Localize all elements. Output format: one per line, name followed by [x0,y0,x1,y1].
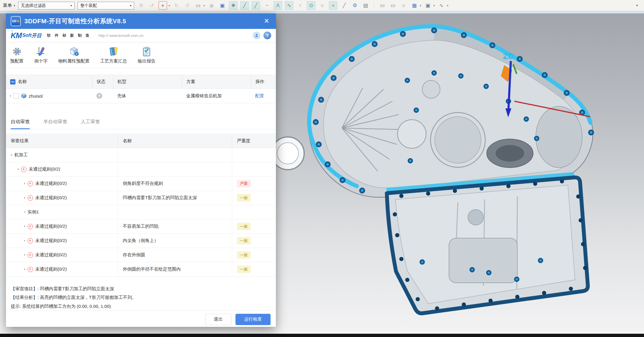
close-icon[interactable]: ✕ [262,17,271,26]
tool-ellipse[interactable]: ○ [318,1,326,10]
configure-link[interactable]: 配置 [255,93,264,99]
toolbar-icon-strip: ⚙↺+▾↻↺▭▾◉▣❖╱╱~Λ∿↑⊙○+╱⚙▤▭▭○▦▾▣▾∿▾▾ [137,0,641,11]
tool-redo[interactable]: ↻ [173,1,181,10]
dialog-titlebar[interactable]: DFM 3DDFM-开目可制造性分析系统V8.5 ✕ [6,13,276,29]
help-icon[interactable]: ? [263,32,271,39]
tool-undo[interactable]: ↺ [183,1,191,10]
tool-line-point[interactable]: ╱ [252,1,260,10]
brand-url[interactable]: http:// www.kmsoft.com.cn [98,33,143,38]
application-window: 菜单 ▾ 无选择过滤器 ▾ 整个装配 ▾ ⚙↺+▾↻↺▭▾◉▣❖╱╱~Λ∿↑⊙○… [0,0,644,337]
tool-sphere-view[interactable]: ◉ [208,1,216,10]
dropdown-caret-icon[interactable]: ▾ [169,4,170,7]
menu-button[interactable]: 菜单 ▾ [3,3,15,8]
tool-window-a[interactable]: ▭ [378,1,386,10]
results-table-header: 审查结果 名称 严重度 [6,134,276,148]
dfm-app-icon: DFM [11,16,21,26]
tool-polyline[interactable]: ╱ [340,1,348,10]
result-detail-panel: 【审宣项目】: 凹槽内需要T影刀加工的凹陷立面太深 【结果分析】: 高亮的凹槽的… [6,277,276,311]
tool-loop[interactable]: ○ [400,1,408,10]
result-tree-label: 未通过规则(0/2) [35,238,67,244]
kmsoft-logo-cn: 开目 [32,32,42,39]
dropdown-caret-icon[interactable]: ▾ [204,4,205,7]
result-tree-label: 未通过规则(0/2) [35,195,67,201]
result-row[interactable]: ▾ ✕ 实例1 [6,205,276,219]
select-all-checkbox[interactable] [10,79,15,85]
tool-spline[interactable]: ∿ [285,1,293,10]
expand-caret-icon[interactable]: ▾ [24,196,26,200]
result-row[interactable]: ▾ ✕ 未通过规则(0/2) 内尖角（倒角上） 一般 [6,234,276,248]
expand-caret-icon[interactable]: ▾ [24,239,26,243]
result-row[interactable]: ▾ ✕ 机加工 [6,148,276,162]
col-review-result: 审查结果 [6,134,118,148]
toolbar-overflow[interactable]: ▾ [633,1,641,10]
kmsoft-logo-soft: Soft [22,33,32,38]
selection-filter-dropdown[interactable]: 无选择过滤器 ▾ [18,2,75,10]
rule-failed-icon: ✕ [28,238,33,244]
expand-caret-icon[interactable]: ▾ [24,253,26,257]
exit-button[interactable]: 退出 [205,314,231,325]
expand-caret-icon[interactable]: ▾ [17,167,19,171]
severity-badge: 一般 [237,194,251,202]
tab-semi-auto-review[interactable]: 半自动审查 [43,119,67,129]
dialog-action-toolbar: 预配置 画十字 物料属性预配置 [6,42,276,68]
tool-measure[interactable]: ∿ [437,1,445,10]
tool-shaded-cube[interactable]: ▣ [218,1,226,10]
result-row[interactable]: ▾ ✕ 未通过规则(0/2) 凹槽内需要T影刀加工的凹陷立面太深 一般 [6,191,276,205]
output-report-button[interactable]: 输出报告 [138,46,155,64]
expand-caret-icon[interactable]: ▾ [11,153,12,157]
result-tree-label: 未通过规则(0/2) [29,166,60,172]
expand-caret-icon[interactable]: ▾ [24,267,26,271]
expand-caret-icon[interactable]: ▾ [24,210,26,214]
result-row[interactable]: ▾ ✕ 未通过规则(0/2) 倒角斜度不符合规则 严重 [6,177,276,191]
tool-studio-spline[interactable]: Λ [274,1,282,10]
tool-window-b[interactable]: ▭ [389,1,397,10]
preconfig-button[interactable]: 预配置 [10,46,23,64]
tool-snap-point[interactable]: + [158,1,167,10]
detail-hint: 提示: 系统结算的凹槽加工方向为 (0.00, 0.00, 1.00) [11,302,271,311]
rule-name: 存在外倒圆 [118,248,232,262]
result-row[interactable]: ▾ ✕ 未通过规则(0/2) 外倒圆的半径不在给定范围内 一般 [6,262,276,277]
tab-manual-review[interactable]: 人工审查 [81,119,100,129]
user-avatar-icon[interactable] [253,32,260,39]
run-check-button[interactable]: 运行检查 [235,314,271,325]
result-row[interactable]: ▾ ✕ 未通过规则(0/2) [6,162,276,177]
chevron-down-icon: ▾ [14,4,15,7]
pencil-cross-icon [36,46,46,57]
tool-helix[interactable]: ⚙ [351,1,359,10]
tool-settings[interactable]: ⚙ [137,1,145,10]
axis-label: ZC [503,52,513,61]
housing-inner-face [323,40,581,188]
dropdown-caret-icon[interactable]: ▾ [447,4,448,7]
tool-cube[interactable]: ▣ [424,1,432,10]
result-row[interactable]: ▾ ✕ 未通过规则(0/2) 不容易加工的凹陷 一般 [6,219,276,234]
dropdown-caret-icon[interactable]: ▾ [420,4,421,7]
rule-failed-icon: ✕ [28,267,33,272]
tool-sheets[interactable]: ▤ [362,1,370,10]
draw-cross-button[interactable]: 画十字 [34,46,48,64]
material-preconfig-button[interactable]: 物料属性预配置 [58,46,89,64]
result-tree-label: 机加工 [15,152,28,158]
tool-rect-select[interactable]: ▭ [194,1,202,10]
tool-curve[interactable]: ~ [263,1,271,10]
part-row[interactable]: ▾ zhuisol ? 壳体 金属模铸造后机加 配置 [6,89,276,103]
kmsoft-logo: ′KM [11,31,22,40]
tool-point[interactable]: + [329,1,337,10]
expand-caret-icon[interactable]: ▾ [24,224,26,228]
part-checkbox[interactable] [13,93,19,99]
tool-grid[interactable]: ▦ [410,1,418,10]
expand-caret-icon[interactable]: ▾ [24,182,26,185]
tool-sync[interactable]: ↺ [148,1,156,10]
tool-constraint-network[interactable]: ❖ [229,1,238,10]
result-row[interactable]: ▾ ✕ 未通过规则(0/2) 存在外倒圆 一般 [6,248,276,262]
chevron-down-icon: ▾ [70,4,72,7]
selection-scope-dropdown[interactable]: 整个装配 ▾ [78,2,134,10]
result-tree-label: 实例1 [28,209,39,215]
tool-line[interactable]: ╱ [240,1,249,10]
tab-auto-review[interactable]: 自动审查 [11,119,30,129]
dropdown-caret-icon[interactable]: ▾ [433,4,435,7]
gearbox-housing-model[interactable]: ZC [268,12,644,334]
process-summary-button[interactable]: 工艺方案汇总 [100,46,127,64]
tool-fan[interactable]: ↑ [296,1,304,10]
expand-caret-icon[interactable]: ▾ [10,94,11,98]
tool-circle[interactable]: ⊙ [307,1,315,10]
